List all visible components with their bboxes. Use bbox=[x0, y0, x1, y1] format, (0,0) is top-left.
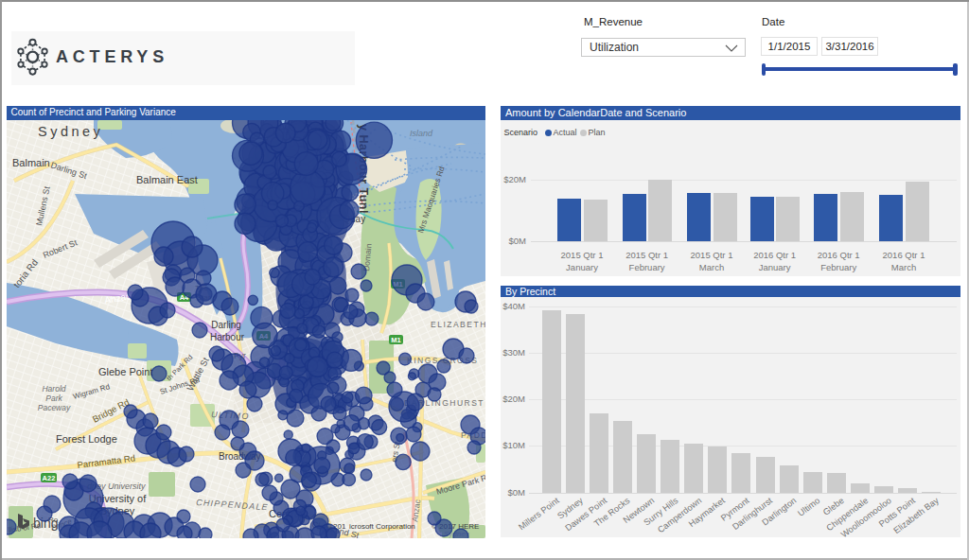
svg-text:Park: Park bbox=[45, 394, 62, 403]
svg-text:icrosoft Corporation: icrosoft Corporation bbox=[349, 522, 415, 531]
svg-text:Balmain East: Balmain East bbox=[136, 174, 198, 185]
svg-text:Glebe Point: Glebe Point bbox=[98, 366, 152, 377]
svg-text:Paceway: Paceway bbox=[37, 403, 70, 412]
svg-text:ELIZABETH BAY: ELIZABETH BAY bbox=[431, 320, 485, 329]
svg-text:M1: M1 bbox=[391, 335, 400, 343]
svg-text:A22: A22 bbox=[42, 473, 55, 481]
svg-text:Harbour: Harbour bbox=[209, 332, 244, 342]
svg-text:Harold: Harold bbox=[42, 384, 65, 394]
svg-text:Island: Island bbox=[409, 129, 432, 138]
svg-text:Forest Lodge: Forest Lodge bbox=[56, 433, 117, 445]
svg-text:Darling: Darling bbox=[211, 320, 241, 330]
svg-text:Sydney: Sydney bbox=[38, 124, 103, 139]
svg-text:Balmain: Balmain bbox=[12, 157, 50, 168]
